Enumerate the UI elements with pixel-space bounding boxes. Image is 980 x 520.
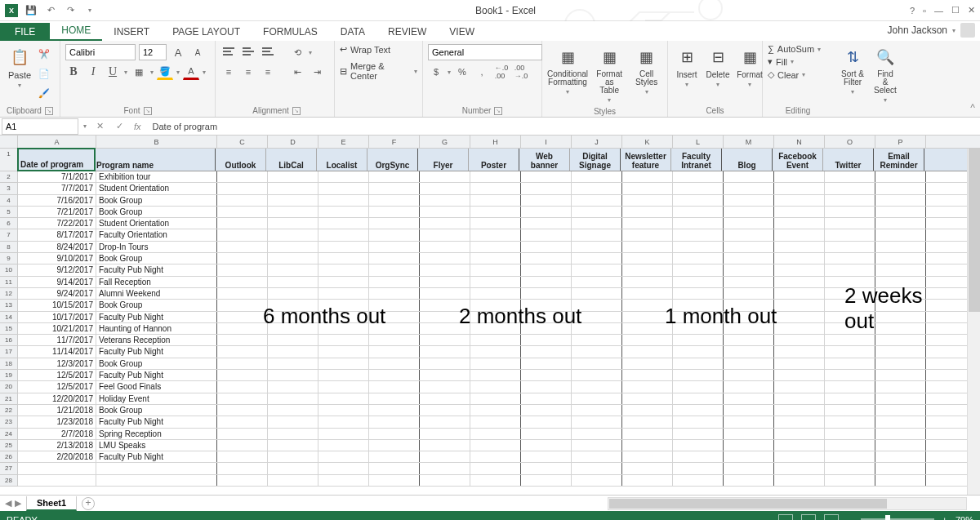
cell[interactable] [825,195,875,206]
cell[interactable] [774,195,825,206]
cell[interactable] [622,218,673,229]
cell[interactable] [420,195,470,206]
cell[interactable]: Alumni Weekend [96,288,217,299]
copy-icon[interactable]: 📄 [36,65,52,82]
header-cell[interactable]: Poster [469,149,519,171]
cell[interactable] [875,183,926,193]
cell[interactable] [217,358,268,369]
cell[interactable] [470,171,521,182]
close-icon[interactable]: ✕ [968,5,975,16]
cell[interactable] [572,312,622,322]
cell[interactable] [724,451,774,462]
cell[interactable] [268,358,318,369]
cell[interactable] [572,440,622,451]
cell[interactable] [673,323,724,334]
column-header-H[interactable]: H [470,136,521,148]
cell[interactable] [875,312,926,322]
cell[interactable] [470,370,521,380]
cell[interactable] [318,242,369,252]
header-cell[interactable]: Date of program [17,148,96,171]
cell[interactable] [268,416,318,427]
cell[interactable]: 7/22/2017 [18,218,96,229]
cell[interactable] [369,451,420,462]
cell[interactable] [622,416,673,427]
cell[interactable] [318,393,369,404]
cell[interactable] [217,312,268,322]
cell[interactable]: 2/7/2018 [18,429,96,439]
cell[interactable] [420,393,470,404]
cell[interactable] [673,229,724,240]
cell[interactable]: 11/14/2017 [18,346,96,357]
cell[interactable] [470,323,521,334]
sheet-nav-next-icon[interactable]: ▶ [15,498,21,509]
font-name-input[interactable] [65,44,136,60]
table-row[interactable]: 10/21/2017Haunting of Hannon [18,323,980,335]
cell[interactable] [724,300,774,310]
cell[interactable] [825,405,875,416]
cell[interactable] [572,253,622,264]
cell[interactable] [521,229,572,240]
cell[interactable] [825,264,875,275]
cell[interactable] [622,346,673,357]
cell[interactable] [369,229,420,240]
cell[interactable] [724,393,774,404]
cell[interactable] [470,253,521,264]
cell[interactable] [673,264,724,275]
cell[interactable] [622,370,673,380]
header-cell[interactable]: Digital Signage [570,149,621,171]
cell[interactable] [724,370,774,380]
cell[interactable] [774,451,825,462]
cell[interactable] [521,288,572,299]
cell-styles-button[interactable]: ▦Cell Styles▾ [630,44,662,105]
cell[interactable] [318,195,369,206]
number-format-input[interactable] [428,44,542,60]
user-name[interactable]: John Jackson [888,24,947,36]
cell[interactable] [217,335,268,345]
cell[interactable] [521,218,572,229]
cell[interactable] [521,429,572,439]
cell[interactable] [268,277,318,287]
cell[interactable] [673,416,724,427]
clipboard-launcher-icon[interactable]: ↘ [45,107,53,115]
cell[interactable] [521,416,572,427]
cell[interactable] [572,242,622,252]
header-cell[interactable]: LibCal [266,149,317,171]
table-row[interactable]: 1/23/2018Faculty Pub Night [18,416,980,428]
cell[interactable] [572,183,622,193]
cell[interactable] [622,405,673,416]
cell[interactable] [470,381,521,392]
cell[interactable] [875,323,926,334]
new-sheet-button[interactable]: + [82,497,95,510]
cell[interactable] [268,370,318,380]
cell[interactable] [724,429,774,439]
cell[interactable] [875,277,926,287]
cell[interactable] [774,429,825,439]
cell[interactable]: 8/17/2017 [18,229,96,240]
cell[interactable] [470,346,521,357]
cell[interactable]: Book Group [96,207,217,217]
cell[interactable] [318,312,369,322]
cell[interactable] [318,335,369,345]
cell[interactable] [875,393,926,404]
header-cell[interactable]: Outlook [216,149,266,171]
cell[interactable] [268,429,318,439]
cell[interactable] [369,393,420,404]
cell[interactable] [673,335,724,345]
row-header-2[interactable]: 2 [0,171,17,183]
cell[interactable] [875,288,926,299]
cell[interactable] [774,207,825,217]
cell[interactable] [420,381,470,392]
cell[interactable] [268,312,318,322]
cell[interactable] [875,229,926,240]
cell[interactable] [470,312,521,322]
cell[interactable] [572,346,622,357]
row-header-21[interactable]: 21 [0,393,17,405]
row-header-7[interactable]: 7 [0,229,17,241]
tab-view[interactable]: VIEW [438,23,486,41]
cell[interactable] [420,440,470,451]
cell[interactable]: Faculty Pub Night [96,346,217,357]
font-color-icon[interactable]: A [183,64,199,80]
cell[interactable] [875,416,926,427]
cell[interactable]: 7/16/2017 [18,195,96,206]
cell[interactable]: Faculty Pub Night [96,264,217,275]
